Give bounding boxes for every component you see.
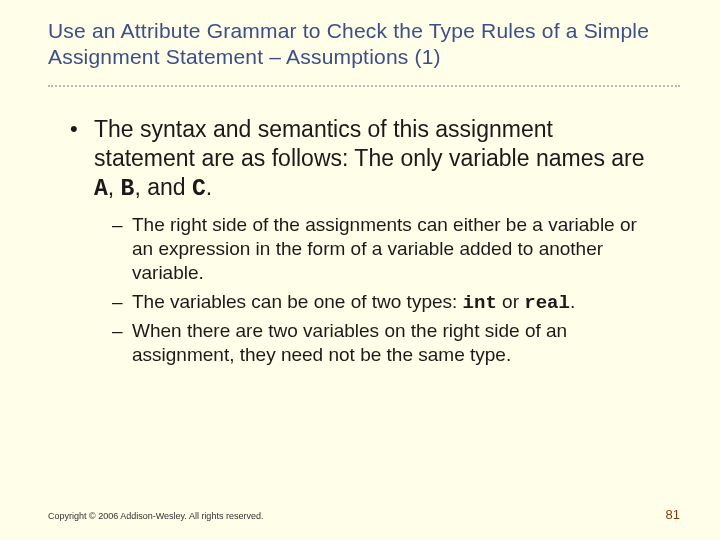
code-var-a: A <box>94 176 108 202</box>
list-item: The right side of the assignments can ei… <box>112 213 660 286</box>
list-item: The variables can be one of two types: i… <box>112 290 660 315</box>
sub-text: The right side of the assignments can ei… <box>132 214 637 284</box>
sub-text: When there are two variables on the righ… <box>132 320 567 365</box>
sub-text: . <box>570 291 575 312</box>
code-int: int <box>463 292 497 314</box>
sub-bullet-list: The right side of the assignments can ei… <box>94 213 660 368</box>
code-var-c: C <box>192 176 206 202</box>
bullet-text: . <box>206 174 212 200</box>
sub-text: or <box>497 291 524 312</box>
copyright-text: Copyright © 2006 Addison-Wesley. All rig… <box>48 511 263 521</box>
bullet-text: , <box>108 174 121 200</box>
bullet-text: The syntax and semantics of this assignm… <box>94 116 645 171</box>
code-real: real <box>524 292 570 314</box>
list-item: When there are two variables on the righ… <box>112 319 660 368</box>
code-var-b: B <box>121 176 135 202</box>
bullet-text: , and <box>134 174 192 200</box>
content-area: The syntax and semantics of this assignm… <box>48 115 680 368</box>
sub-text: The variables can be one of two types: <box>132 291 463 312</box>
slide-title: Use an Attribute Grammar to Check the Ty… <box>48 18 680 71</box>
divider <box>48 85 680 87</box>
footer: Copyright © 2006 Addison-Wesley. All rig… <box>48 507 680 522</box>
page-number: 81 <box>666 507 680 522</box>
slide: Use an Attribute Grammar to Check the Ty… <box>0 0 720 540</box>
list-item: The syntax and semantics of this assignm… <box>72 115 660 368</box>
bullet-list: The syntax and semantics of this assignm… <box>72 115 660 368</box>
